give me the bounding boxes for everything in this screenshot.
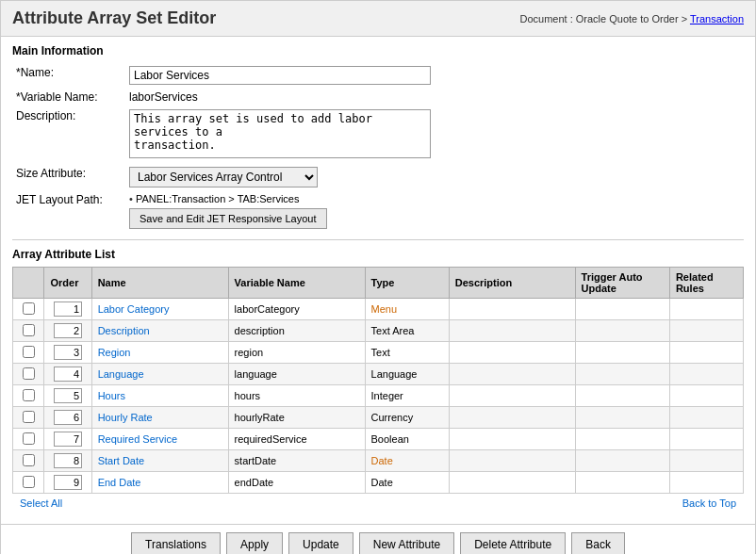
- row-checkbox-cell: [13, 342, 44, 364]
- order-input[interactable]: [54, 410, 82, 425]
- row-name-link[interactable]: Required Service: [98, 433, 177, 445]
- order-input[interactable]: [54, 388, 82, 403]
- row-checkbox-cell: [13, 364, 44, 385]
- breadcrumb: Document : Oracle Quote to Order > Trans…: [519, 13, 744, 24]
- row-name: Labor Category: [91, 299, 228, 320]
- section-divider: [12, 239, 744, 240]
- page-container: Attribute Array Set Editor Document : Or…: [0, 0, 756, 554]
- row-type: Boolean: [365, 429, 449, 450]
- row-name-link[interactable]: Start Date: [98, 455, 145, 466]
- row-checkbox[interactable]: [23, 389, 35, 401]
- row-description: [449, 364, 575, 385]
- variable-name-row: *Variable Name: laborServices: [12, 88, 744, 106]
- row-related: [669, 364, 743, 385]
- jet-layout-row: JET Layout Path: • PANEL:Transaction > T…: [12, 190, 744, 232]
- back-to-top-link[interactable]: Back to Top: [682, 497, 736, 509]
- order-input[interactable]: [54, 453, 82, 468]
- table-row: LanguagelanguageLanguage: [13, 364, 744, 385]
- row-variable-name: endDate: [228, 472, 365, 494]
- variable-name-label: *Variable Name:: [12, 88, 125, 106]
- row-checkbox[interactable]: [23, 411, 35, 423]
- row-trigger: [575, 364, 669, 385]
- back-button[interactable]: Back: [571, 532, 625, 554]
- row-name: Hourly Rate: [91, 407, 228, 429]
- size-attribute-field-cell: Labor Services Array Control: [125, 164, 744, 190]
- main-content: Main Information *Name: *Variable Name: …: [1, 37, 755, 520]
- order-input[interactable]: [54, 323, 82, 338]
- name-input[interactable]: [129, 66, 431, 85]
- row-related: [669, 299, 743, 320]
- row-trigger: [575, 385, 669, 407]
- row-related: [669, 429, 743, 450]
- row-name-link[interactable]: Language: [98, 368, 144, 380]
- order-input[interactable]: [54, 475, 82, 490]
- row-name-link[interactable]: Region: [98, 347, 131, 358]
- table-header: Order Name Variable Name Type Descriptio…: [13, 268, 744, 299]
- col-select-header: [13, 268, 44, 299]
- array-section-title: Array Attribute List: [12, 248, 744, 261]
- row-variable-name: startDate: [228, 450, 365, 472]
- name-label: *Name:: [12, 63, 125, 88]
- row-name-link[interactable]: Hours: [98, 390, 125, 401]
- row-type: Date: [365, 450, 449, 472]
- row-variable-name: region: [228, 342, 365, 364]
- breadcrumb-transaction[interactable]: Transaction: [690, 13, 744, 24]
- update-button[interactable]: Update: [288, 532, 353, 554]
- row-checkbox-cell: [13, 385, 44, 407]
- table-body: Labor CategorylaborCategoryMenuDescripti…: [13, 299, 744, 494]
- size-attribute-select[interactable]: Labor Services Array Control: [129, 167, 318, 187]
- row-order: [44, 450, 91, 472]
- delete-attribute-button[interactable]: Delete Attribute: [460, 532, 566, 554]
- apply-button[interactable]: Apply: [226, 532, 283, 554]
- row-name: Description: [91, 320, 228, 342]
- col-name-header: Name: [91, 268, 228, 299]
- table-row: RegionregionText: [13, 342, 744, 364]
- row-checkbox-cell: [13, 320, 44, 342]
- row-name: Required Service: [91, 429, 228, 450]
- row-checkbox[interactable]: [23, 367, 35, 380]
- row-order: [44, 320, 91, 342]
- row-description: [449, 429, 575, 450]
- row-description: [449, 299, 575, 320]
- order-input[interactable]: [54, 301, 82, 317]
- row-checkbox-cell: [13, 299, 44, 320]
- save-edit-jet-button[interactable]: Save and Edit JET Responsive Layout: [129, 208, 327, 229]
- row-trigger: [575, 450, 669, 472]
- size-attribute-row: Size Attribute: Labor Services Array Con…: [12, 164, 744, 190]
- table-row: Hourly RatehourlyRateCurrency: [13, 407, 744, 429]
- variable-name-value-cell: laborServices: [125, 88, 744, 106]
- row-trigger: [575, 429, 669, 450]
- row-variable-name: hours: [228, 385, 365, 407]
- attribute-table: Order Name Variable Name Type Descriptio…: [12, 267, 744, 494]
- order-input[interactable]: [54, 432, 82, 447]
- translations-button[interactable]: Translations: [131, 532, 221, 554]
- col-type-header: Type: [365, 268, 449, 299]
- row-name-link[interactable]: Hourly Rate: [98, 412, 153, 423]
- order-input[interactable]: [54, 367, 82, 382]
- row-checkbox[interactable]: [23, 346, 35, 358]
- new-attribute-button[interactable]: New Attribute: [359, 532, 454, 554]
- name-row: *Name:: [12, 63, 744, 88]
- row-checkbox[interactable]: [23, 302, 35, 315]
- row-variable-name: language: [228, 364, 365, 385]
- table-row: DescriptiondescriptionText Area: [13, 320, 744, 342]
- row-name-link[interactable]: Labor Category: [98, 303, 170, 315]
- row-variable-name: hourlyRate: [228, 407, 365, 429]
- row-type: Language: [365, 364, 449, 385]
- row-checkbox[interactable]: [23, 324, 35, 336]
- row-description: [449, 407, 575, 429]
- row-related: [669, 472, 743, 494]
- table-row: End DateendDateDate: [13, 472, 744, 494]
- row-name-link[interactable]: Description: [98, 325, 150, 336]
- form-table: *Name: *Variable Name: laborServices Des…: [12, 63, 744, 232]
- order-input[interactable]: [54, 345, 82, 360]
- row-checkbox[interactable]: [23, 432, 35, 445]
- row-checkbox[interactable]: [23, 476, 35, 488]
- row-type: Date: [365, 472, 449, 494]
- row-name-link[interactable]: End Date: [98, 477, 141, 488]
- description-textarea[interactable]: This array set is used to add labor serv…: [129, 109, 431, 158]
- row-checkbox[interactable]: [23, 454, 35, 466]
- table-row: Required ServicerequiredServiceBoolean: [13, 429, 744, 450]
- select-all-link[interactable]: Select All: [20, 497, 62, 509]
- name-field-cell: [125, 63, 744, 88]
